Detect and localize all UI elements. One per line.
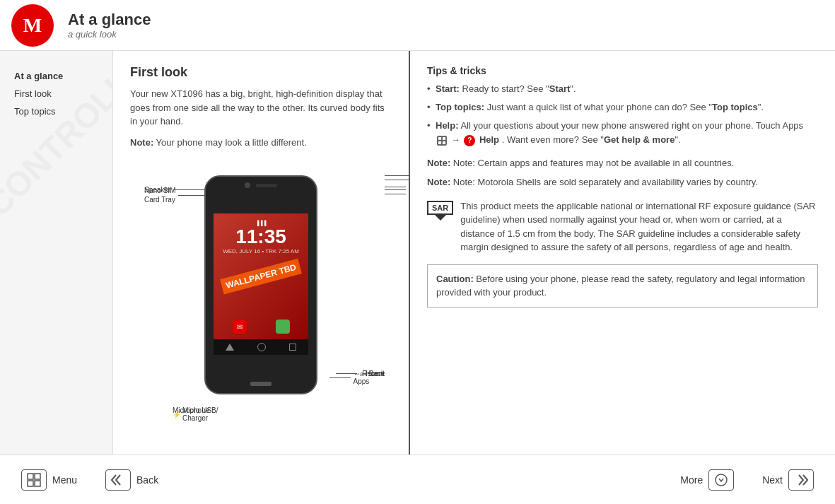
phone-screen: ▐▐▐ 11:35 WED, JULY 16 • TRK 7:25 AM WAL… — [214, 213, 308, 355]
more-dropdown-icon — [713, 472, 729, 488]
more-label: More — [680, 474, 703, 486]
tip-start-text: Ready to start? See "Start". — [462, 83, 576, 94]
back-chevron-icon — [110, 474, 126, 486]
main-layout: CONTROLLED At a glance First look Top to… — [0, 51, 835, 455]
svg-rect-3 — [35, 481, 40, 486]
phone-body: ▐▐▐ 11:35 WED, JULY 16 • TRK 7:25 AM WAL… — [204, 175, 317, 394]
caution-text: Before using your phone, please read the… — [436, 274, 805, 298]
tip-topics-bold: Top topics: — [436, 102, 484, 112]
home-nav — [257, 343, 266, 351]
motorola-logo: M — [11, 4, 54, 47]
more-icon — [708, 469, 734, 491]
back-label: Back — [136, 474, 158, 486]
signal-bar: ▐▐▐ — [256, 221, 267, 225]
header: M At a glance a quick look — [0, 0, 835, 51]
usb-port — [250, 382, 271, 386]
intro-text: Your new XT1096 has a big, bright, high-… — [130, 87, 392, 129]
note-text: Note: Your phone may look a little diffe… — [130, 136, 392, 150]
label-recent-apps: ↔ Recent Apps — [329, 370, 385, 385]
section-title: First look — [130, 65, 392, 80]
note-bold: Note: — [130, 137, 153, 148]
header-text: At a glance a quick look — [68, 11, 151, 40]
sidebar: CONTROLLED At a glance First look Top to… — [0, 51, 113, 455]
back-icon — [105, 469, 131, 491]
recent-nav — [289, 344, 296, 351]
svg-point-4 — [716, 474, 727, 486]
tip-help-text: All your questions about your new phone … — [460, 120, 803, 131]
page-title: At a glance — [68, 11, 151, 29]
next-label: Next — [762, 474, 783, 486]
apps-icon — [437, 136, 447, 146]
label-microphone-bottom: Microphone — [173, 406, 209, 414]
left-panel: First look Your new XT1096 has a big, br… — [113, 51, 410, 455]
content-area: First look Your new XT1096 has a big, br… — [113, 51, 835, 455]
svg-rect-2 — [28, 481, 33, 486]
help-icon: ? — [464, 135, 475, 146]
menu-icon — [21, 469, 47, 491]
sar-badge: SAR — [427, 201, 453, 215]
sar-section: SAR This product meets the applicable na… — [427, 199, 818, 254]
logo-letter: M — [23, 14, 42, 37]
phone-time: 11:35 — [235, 225, 286, 248]
svg-rect-1 — [35, 474, 40, 479]
tip-help-bold: Help: — [436, 120, 459, 131]
tips-list: Start: Ready to start? See "Start". Top … — [427, 82, 818, 148]
tip-topics-text: Just want a quick list of what your phon… — [487, 102, 764, 112]
sar-text: This product meets the applicable nation… — [460, 199, 818, 254]
app-icon-2 — [276, 320, 290, 334]
note-countries: Note: Note: Certain apps and features ma… — [427, 156, 818, 170]
note-content: Your phone may look a little different. — [156, 137, 307, 148]
sidebar-item-first-look[interactable]: First look — [8, 86, 104, 103]
menu-label: Menu — [52, 474, 77, 486]
tip-start: Start: Ready to start? See "Start". — [427, 82, 818, 96]
arrow-symbol: → — [451, 134, 463, 145]
svg-rect-0 — [28, 474, 33, 479]
caution-box: Caution: Before using your phone, please… — [427, 264, 818, 307]
sidebar-nav: At a glance First look Top topics — [8, 68, 104, 120]
app-icon-1: ✉ — [233, 320, 247, 334]
wallpaper-label: WALLPAPER TBD — [220, 259, 302, 295]
help-extra: . Want even more? See "Get help & more". — [502, 134, 681, 145]
next-icon — [788, 469, 814, 491]
label-speaker: Speaker — [144, 186, 209, 194]
next-chevron-icon — [793, 474, 809, 486]
note2-text: Note: Motorola Shells are sold separatel… — [453, 177, 758, 187]
sidebar-item-top-topics[interactable]: Top topics — [8, 103, 104, 121]
back-nav — [226, 344, 234, 351]
tip-top-topics: Top topics: Just want a quick list of wh… — [427, 100, 818, 115]
tip-help: Help: All your questions about your new … — [427, 119, 818, 147]
more-button[interactable]: More — [673, 465, 741, 495]
phone-date: WED, JULY 16 • TRK 7:25 AM — [223, 248, 299, 254]
menu-grid-icon — [26, 472, 42, 488]
next-button[interactable]: Next — [755, 465, 821, 495]
menu-button[interactable]: Menu — [14, 465, 84, 495]
footer: Menu Back More Next — [0, 455, 835, 504]
label-volume-keys: Volume Keys — [385, 186, 410, 201]
phone-diagram: Nano SIM Card Tray Speaker Headphone — [130, 158, 392, 412]
sidebar-item-at-a-glance[interactable]: At a glance — [8, 68, 104, 86]
note-shells: Note: Note: Motorola Shells are sold sep… — [427, 175, 818, 189]
tips-title: Tips & tricks — [427, 65, 818, 76]
caution-bold: Caution: — [436, 274, 474, 284]
right-panel: Tips & tricks Start: Ready to start? See… — [410, 51, 835, 455]
back-button[interactable]: Back — [98, 465, 165, 495]
help-text: Help — [479, 134, 499, 145]
tip-start-bold: Start: — [436, 83, 460, 94]
page-subtitle: a quick look — [68, 29, 151, 40]
